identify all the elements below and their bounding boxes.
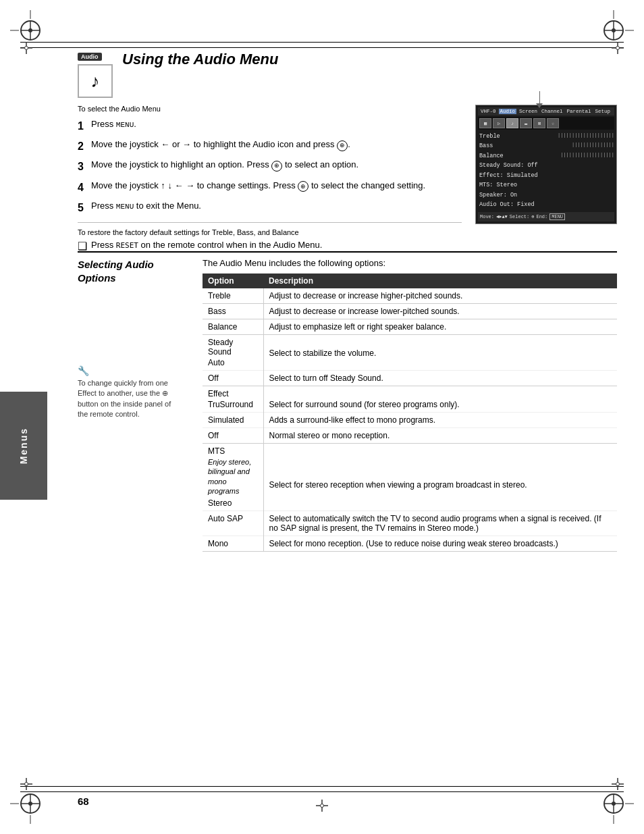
icon-4: ▬ [520, 118, 532, 128]
audio-body: To select the Audio Menu 1 Press MENU. 2… [78, 105, 617, 253]
mts-label: MTS [208, 446, 258, 456]
screen-speaker-row: Speaker: On [479, 190, 614, 200]
effect-option: Effect TruSurround [203, 386, 263, 413]
step-3-num: 3 [78, 159, 91, 174]
menu-vhf: VHF-0 [479, 109, 498, 114]
screen-end-label: End: [536, 214, 547, 219]
table-body: Treble Adjust to decrease or increase hi… [203, 288, 617, 552]
icon-1: ▦ [479, 118, 491, 128]
balance-label: Balance [479, 151, 504, 161]
tip-text: To change quickly from one Effect to ano… [78, 378, 182, 420]
left-crosshair-top [20, 42, 32, 56]
section-title: Using the Audio Menu [122, 51, 278, 68]
table-row-mts-autosap: Auto SAP Select to automatically switch … [203, 511, 617, 536]
bottom-left-crosshair [20, 778, 32, 792]
balance-desc: Adjust to emphasize left or right speake… [263, 319, 617, 335]
table-row-bass: Bass Adjust to decrease or increase lowe… [203, 304, 617, 319]
step-1-num: 1 [78, 118, 91, 134]
step-5-menu: MENU [116, 203, 134, 211]
steady-auto-desc: Select to stabilize the volume. [263, 335, 617, 371]
table-row-mts-stereo: MTS Enjoy stereo, bilingual and mono pro… [203, 444, 617, 511]
audio-instructions: To select the Audio Menu 1 Press MENU. 2… [78, 105, 462, 253]
mts-stereo-desc: Select for stereo reception when viewing… [263, 444, 617, 511]
treble-option: Treble [203, 288, 263, 304]
audio-icon-area: Audio ♪ [78, 51, 113, 98]
step-4-num: 4 [78, 180, 91, 195]
top-rule-1 [20, 42, 624, 43]
step-2-text: Move the joystick ← or → to highlight th… [91, 138, 350, 154]
svg-point-32 [321, 804, 324, 808]
restore-section: To restore the factory default settings … [78, 222, 462, 253]
mts-autosap-col: Auto SAP [203, 511, 263, 536]
tip-note-area: 🔧 To change quickly from one Effect to a… [78, 365, 182, 420]
menu-parental: Parental [566, 109, 593, 114]
step-4-text: Move the joystick ↑ ↓ ← → to change sett… [91, 180, 425, 195]
step-1-menu: MENU [116, 121, 134, 129]
steady-sub-auto: Auto [208, 357, 258, 367]
circle-button-2: ⊕ [337, 140, 348, 151]
circle-button-4: ⊕ [298, 181, 308, 192]
step-3: 3 Move the joystick to highlight an opti… [78, 159, 462, 174]
steady-auto-desc-text: Select to stabilize the volume. [269, 338, 612, 358]
table-head: Option Description [203, 273, 617, 288]
step-3-text: Move the joystick to highlight an option… [91, 159, 358, 174]
bass-label: Bass [479, 141, 493, 151]
table-row-effect-off: Off Normal stereo or mono reception. [203, 428, 617, 444]
screen-bass-row: Bass ||||||||||||||| [479, 141, 614, 151]
mts-italic: Enjoy stereo, bilingual and mono program… [208, 457, 258, 496]
step-4: 4 Move the joystick ↑ ↓ ← → to change se… [78, 180, 462, 195]
reset-word: RESET [116, 241, 138, 250]
screen-steady-row: Steady Sound: Off [479, 161, 614, 170]
treble-desc: Adjust to decrease or increase higher-pi… [263, 288, 617, 304]
audio-badge: Audio [78, 53, 102, 61]
bass-bar: ||||||||||||||| [572, 141, 614, 151]
menu-channel: Channel [540, 109, 564, 114]
svg-point-3 [28, 28, 32, 32]
section-title-wrapper: Using the Audio Menu [122, 51, 278, 68]
effect-sim-col: Simulated [203, 413, 263, 428]
circle-button-3: ⊕ [271, 161, 282, 172]
bottom-rule-2 [20, 786, 624, 787]
balance-bar: ||||||||||||||||||| [560, 151, 614, 161]
section-divider [78, 251, 617, 253]
bass-desc: Adjust to decrease or increase lower-pit… [263, 304, 617, 319]
col-option: Option [203, 273, 263, 288]
sub-label: To select the Audio Menu [78, 105, 462, 113]
effect-sim-desc: Adds a surround-like effect to mono prog… [263, 413, 617, 428]
steady-off-col: Off [203, 371, 263, 386]
table-row-balance: Balance Adjust to emphasize left or righ… [203, 319, 617, 335]
arrow-head [536, 103, 543, 108]
effect-off-col: Off [203, 428, 263, 444]
mts-option: MTS Enjoy stereo, bilingual and mono pro… [203, 444, 263, 511]
effect-tru-desc-text: Select for surround sound (for stereo pr… [269, 389, 612, 409]
table-row-mts-mono: Mono Select for mono reception. (Use to … [203, 536, 617, 552]
select-options-section: Selecting Audio Options 🔧 To change quic… [78, 258, 617, 552]
music-note-icon: ♪ [78, 64, 113, 98]
screen-icon-bar: ▦ ▷ ♪ ▬ ⊠ ☆ [478, 117, 614, 130]
svg-point-15 [28, 802, 32, 806]
screen-select-icon: ⊕ [531, 214, 534, 219]
bottom-center-crosshair [316, 800, 328, 814]
bottom-rule-1 [20, 791, 624, 792]
table-row-steady-off: Off Select to turn off Steady Sound. [203, 371, 617, 386]
screen-balance-row: Balance ||||||||||||||||||| [479, 151, 614, 161]
arrow-line [539, 91, 540, 103]
corner-decoration-bl [7, 793, 41, 827]
steps-list: 1 Press MENU. 2 Move the joystick ← or →… [78, 118, 462, 215]
screen-move-label: Move: [480, 214, 494, 219]
menu-setup: Setup [594, 109, 612, 114]
svg-point-38 [616, 783, 620, 786]
step-1-text: Press MENU. [91, 118, 136, 134]
mts-sub-stereo: Stereo [208, 498, 258, 508]
mts-mono-desc: Select for mono reception. (Use to reduc… [263, 536, 617, 552]
page-number: 68 [78, 796, 89, 807]
screen-move-icons: ◄►▲▼ [496, 214, 508, 219]
effect-label: Effect [208, 389, 258, 398]
mts-mono-col: Mono [203, 536, 263, 552]
icon-5: ⊠ [533, 118, 545, 128]
arrow-indicator [536, 91, 543, 108]
step-2: 2 Move the joystick ← or → to highlight … [78, 138, 462, 154]
tip-icon: 🔧 [78, 365, 89, 376]
treble-bar: |||||||||||||||||||| [558, 132, 614, 141]
step-5-text: Press MENU to exit the Menu. [91, 200, 201, 215]
